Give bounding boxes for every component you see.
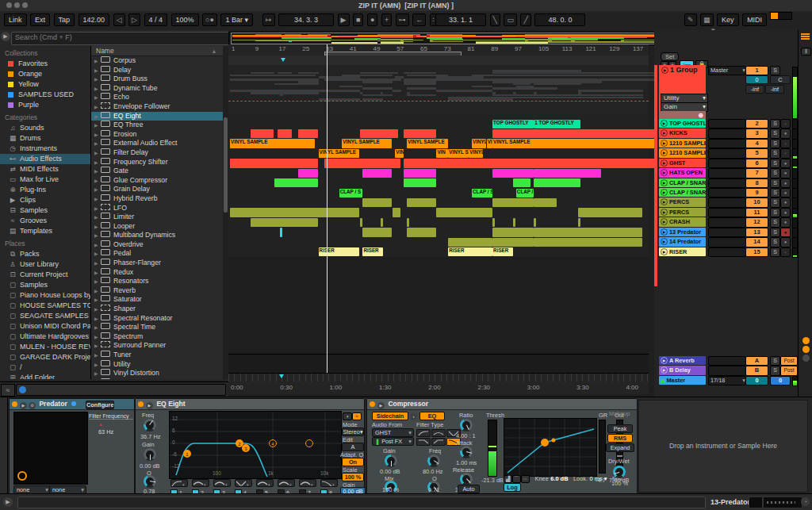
configure-button[interactable]: Configure — [86, 401, 114, 409]
track-solo-button[interactable]: S — [770, 128, 780, 138]
attack-value[interactable]: 1.00 ms — [456, 459, 477, 466]
sidebar-item-orange[interactable]: Orange — [0, 69, 90, 79]
track-name[interactable]: ▶CLAP / SNARE — [659, 178, 706, 187]
draw-mode-button[interactable]: ✎ — [684, 13, 697, 26]
compressor-transfer-display[interactable] — [504, 418, 597, 477]
automation-arm-button[interactable]: ⊶ — [396, 13, 409, 26]
track-play-icon[interactable]: ▶ — [661, 169, 668, 176]
return-letter-button[interactable]: B — [745, 366, 768, 375]
device-list-header[interactable]: Name▴ — [91, 46, 224, 56]
track-number-button[interactable]: 10 — [745, 197, 768, 207]
clip-vinyl-sample[interactable]: VINYL SAMPLE — [342, 139, 392, 148]
device-item-utility[interactable]: ▶Utility — [91, 360, 224, 370]
track-name[interactable]: ▶13 Predator — [659, 228, 706, 236]
clip[interactable] — [407, 228, 436, 236]
track-io-box[interactable] — [708, 178, 746, 188]
locator-marker[interactable] — [281, 58, 285, 62]
compressor-title-bar[interactable]: ▶ Compressor ⟳ ▣ — [367, 399, 637, 410]
return-post-toggle[interactable]: Post — [780, 366, 798, 375]
track-io-box[interactable] — [708, 208, 746, 217]
eq-eight-title-bar[interactable]: ▶ EQ Eight ⟳ ▣ — [136, 399, 364, 410]
group-pan-value[interactable]: 0 — [745, 75, 768, 84]
clip[interactable] — [534, 169, 601, 178]
sidebar-item-templates[interactable]: ▤Templates — [0, 226, 90, 236]
clip[interactable] — [230, 208, 359, 217]
master-cue-volume[interactable]: 0 — [745, 376, 768, 385]
audition-icon[interactable]: ◖ — [410, 413, 417, 420]
device-item-shaper[interactable]: ▶Shaper — [91, 305, 224, 314]
return-letter-button[interactable]: A — [745, 356, 768, 366]
sidebar-item-favorites[interactable]: Favorites — [0, 59, 90, 69]
beat-time-ruler[interactable]: 1917253341495765738189971051131211291371… — [228, 44, 649, 56]
device-item-grain-delay[interactable]: ▶Grain Delay — [91, 185, 224, 194]
sidebar-item-piano-house-loops-by-john-go[interactable]: ▢Piano House Loops by John Go — [0, 290, 90, 301]
device-item-lfo[interactable]: ▶LFO — [91, 204, 224, 213]
online-content-icon[interactable] — [19, 386, 26, 393]
sc-gain-value[interactable]: 0.00 dB — [380, 468, 400, 475]
track-io-box[interactable] — [708, 168, 746, 178]
track-play-icon[interactable]: ▶ — [661, 189, 668, 196]
eq-scale-value[interactable]: 100 % — [342, 473, 364, 481]
empty-track-area[interactable]: Drop Files and Devices Here — [228, 257, 649, 354]
sidebar-item-user-library[interactable]: ♙User Library — [0, 259, 90, 270]
browser-collapse-button[interactable]: ▶ — [1, 32, 10, 41]
sc-gain-knob[interactable] — [385, 454, 397, 467]
sidebar-item-samples-used[interactable]: SAMPLES USED — [0, 90, 90, 100]
track-io-box[interactable] — [708, 128, 746, 138]
device-item-looper[interactable]: ▶Looper — [91, 222, 224, 232]
groove-pool-icon[interactable]: ≈ — [1, 384, 15, 397]
group-track-number[interactable]: 1 — [745, 66, 768, 75]
return-name[interactable]: ▶B Delay — [659, 366, 706, 374]
eq-curve-display[interactable]: 1 2 3 4 1260-6-121001k10k — [169, 411, 342, 479]
clip[interactable] — [324, 159, 400, 167]
track-solo-button[interactable]: S — [770, 237, 780, 247]
ext-button[interactable]: Ext — [30, 13, 50, 26]
analyze-icon[interactable]: ≈ — [352, 412, 362, 420]
eq-band-filter-select[interactable]: ▾ — [235, 479, 252, 487]
track-arm-button[interactable]: ● — [780, 188, 791, 197]
clip[interactable] — [534, 238, 642, 247]
track-solo-button[interactable]: S — [770, 139, 780, 148]
punch-out-button[interactable]: ╱ — [520, 13, 530, 26]
plugin-knob-icon[interactable] — [17, 471, 27, 481]
track-lanes[interactable]: TOP GHOSTLY1 TOP GHOSTLYVINYL SAMPLEVINY… — [228, 119, 649, 257]
track-arm-button[interactable]: ● — [780, 159, 791, 168]
clip[interactable] — [492, 238, 534, 247]
return-io-box[interactable] — [708, 356, 746, 366]
sidebar-item-garage-dark-project[interactable]: ▢GARAGE DARK Project — [0, 352, 90, 362]
link-button[interactable]: Link — [4, 13, 27, 26]
track-io-box[interactable] — [708, 197, 746, 207]
transfer-view-icon[interactable]: ⌒ — [512, 475, 521, 483]
track-io-box[interactable] — [708, 188, 746, 197]
eq-band-filter-select[interactable]: ▾ — [256, 479, 274, 487]
clip[interactable] — [492, 198, 534, 207]
ratio-value[interactable]: 4.00 : 1 — [456, 432, 476, 439]
device-item-spectral-time[interactable]: ▶Spectral Time — [91, 323, 224, 332]
track-play-icon[interactable]: ▶ — [661, 140, 668, 147]
clip[interactable] — [362, 228, 392, 236]
clip-riser[interactable]: RISER — [448, 247, 492, 256]
activity-view-icon[interactable]: ▟ — [504, 475, 512, 483]
track-play-icon[interactable]: ▶ — [661, 159, 668, 167]
drywet-value[interactable]: 100 % — [611, 480, 628, 487]
clip[interactable] — [360, 129, 398, 138]
group-solo-button[interactable]: S — [770, 66, 780, 75]
filter-freq-knob[interactable] — [427, 454, 440, 467]
device-item-saturator[interactable]: ▶Saturator — [91, 295, 224, 305]
arrangement-position-field[interactable]: 34. 3. 3 — [278, 13, 334, 26]
auto-release-toggle[interactable]: Auto — [458, 485, 480, 493]
track-arm-button[interactable]: ● — [780, 228, 791, 237]
sidebar-item-house-samples-to-use[interactable]: ▢HOUSE SAMPLES TO USE — [0, 301, 90, 311]
device-item-envelope-follower[interactable]: ▶Envelope Follower — [91, 102, 224, 112]
group-device-add[interactable]: ⊕ — [659, 111, 706, 119]
track-name[interactable]: ▶HATS OPEN — [659, 168, 706, 177]
track-name[interactable]: ▶KICKS — [659, 128, 706, 137]
clip[interactable] — [448, 238, 492, 247]
track-solo-button[interactable]: S — [770, 178, 780, 188]
nudge-up-button[interactable]: ▷ — [128, 13, 140, 26]
device-item-echo[interactable]: ▶Echo — [91, 93, 224, 102]
filter-q-value[interactable]: 0.71 — [428, 486, 439, 493]
sidebar-item-samples[interactable]: ▢Samples — [0, 280, 90, 290]
device-item-redux[interactable]: ▶Redux — [91, 268, 224, 278]
track-io-box[interactable] — [708, 139, 746, 148]
